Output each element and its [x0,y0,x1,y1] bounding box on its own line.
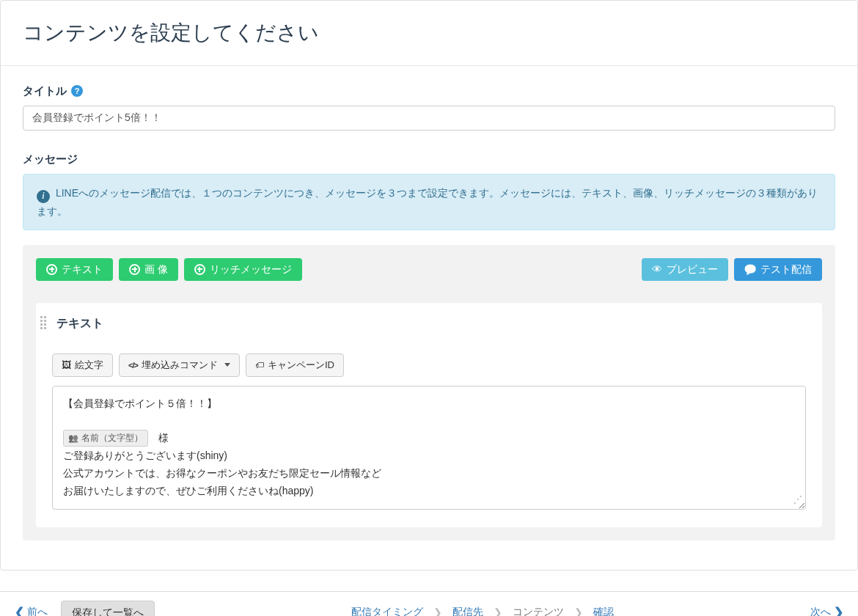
help-icon[interactable]: ? [71,85,83,97]
msg-line: お届けいたしますので、ぜひご利用くださいね(happy) [63,483,795,500]
msg-line: 公式アカウントでは、お得なクーポンやお友だち限定セール情報など [63,465,795,483]
chevron-right-icon: ❯ [494,606,502,616]
next-button[interactable]: 次へ ❯ [810,605,843,616]
editor-area: テキスト 画 像 リッチメッセージ プレビュー [23,245,835,540]
step-confirm[interactable]: 確認 [593,606,614,616]
msg-line: 【会員登録でポイント５倍！！】 [63,395,795,413]
add-toolbar: テキスト 画 像 リッチメッセージ プレビュー [36,258,822,281]
chevron-right-icon: ❯ [433,606,442,616]
plus-icon [129,264,140,275]
step-content: コンテンツ [513,606,564,616]
title-label: タイトル ? [23,84,835,98]
info-text: LINEへのメッセージ配信では、１つのコンテンツにつき、メッセージを３つまで設定… [37,187,818,217]
code-icon [128,359,138,370]
text-message-card: テキスト 絵文字 埋め込みコマンド キャン [36,303,822,527]
info-box: i LINEへのメッセージ配信では、１つのコンテンツにつき、メッセージを３つまで… [23,174,835,230]
campaign-id-button[interactable]: キャンペーンID [246,353,344,377]
text-toolbar: 絵文字 埋め込みコマンド キャンペーンID [52,353,806,377]
title-input[interactable] [23,106,835,131]
eye-icon [652,263,662,276]
plus-icon [46,264,57,275]
save-and-list-button[interactable]: 保存して一覧へ [61,601,155,616]
chevron-left-icon: ❮ [15,605,24,616]
drag-handle-icon[interactable] [40,316,46,329]
chat-icon [744,263,756,276]
content-panel: コンテンツを設定してください タイトル ? メッセージ i LINEへのメッセー… [0,0,858,571]
step-target[interactable]: 配信先 [452,606,483,616]
msg-line: ご登録ありがとうございます(shiny) [63,447,795,465]
people-icon [68,430,78,445]
embed-command-button[interactable]: 埋め込みコマンド [119,353,240,377]
chevron-right-icon: ❯ [574,606,583,616]
add-image-button[interactable]: 画 像 [119,258,178,281]
message-label: メッセージ [23,153,835,166]
footer-bar: ❮ 前へ 保存して一覧へ 配信タイミング ❯ 配信先 ❯ コンテンツ ❯ 確認 … [0,591,858,616]
prev-button[interactable]: ❮ 前へ [15,605,48,616]
page-title: コンテンツを設定してください [23,19,835,47]
chevron-right-icon: ❯ [834,605,843,616]
panel-header: コンテンツを設定してください [1,1,857,66]
message-textarea[interactable]: 【会員登録でポイント５倍！！】 名前（文字型） 様 ご登録ありがとうございます(… [52,386,806,510]
card-title: テキスト [56,316,806,331]
msg-line: 名前（文字型） 様 [63,430,795,447]
step-breadcrumb: 配信タイミング ❯ 配信先 ❯ コンテンツ ❯ 確認 [351,606,614,616]
preview-button[interactable]: プレビュー [642,258,728,281]
test-send-button[interactable]: テスト配信 [734,258,822,281]
tag-icon [255,359,264,370]
add-text-button[interactable]: テキスト [36,258,113,281]
image-icon [62,359,71,370]
info-icon: i [37,190,50,203]
emoji-button[interactable]: 絵文字 [52,353,113,377]
msg-line [63,413,795,430]
step-timing[interactable]: 配信タイミング [351,606,423,616]
plus-icon [194,264,205,275]
chevron-down-icon [224,363,230,367]
add-rich-button[interactable]: リッチメッセージ [184,258,302,281]
variable-chip[interactable]: 名前（文字型） [63,430,148,446]
